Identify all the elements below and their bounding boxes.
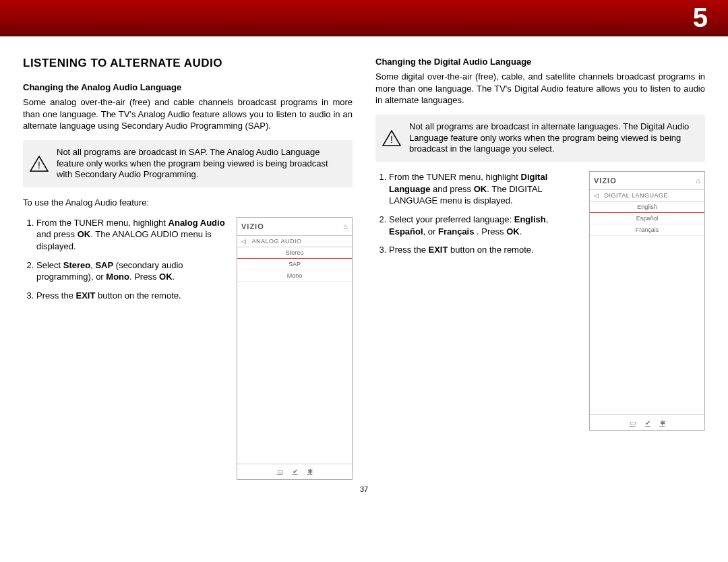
wide-icon: ▭ (630, 419, 636, 427)
step-item: Press the EXIT button on the remote. (389, 244, 578, 256)
analog-menu-screenshot: VIZIO ⌂ ◁ ANALOG AUDIO StereoSAPMono ▭ ✔… (237, 217, 353, 480)
digital-heading: Changing the Digital Audio Language (375, 57, 705, 67)
digital-note: ! Not all programs are broadcast in alte… (375, 115, 705, 162)
analog-note: ! Not all programs are broadcast in SAP.… (23, 140, 353, 188)
svg-text:!: ! (38, 160, 40, 170)
gear-icon: ✱ (307, 468, 313, 475)
page-number: 37 (0, 485, 728, 493)
v-icon: ✔ (293, 468, 298, 475)
warning-icon: ! (382, 130, 401, 146)
svg-text:!: ! (390, 134, 393, 145)
header-bar: 5 (0, 0, 728, 36)
column-right: Changing the Digital Audio Language Some… (375, 57, 705, 480)
digital-note-text: Not all programs are broadcast in altern… (409, 121, 696, 156)
warning-icon: ! (30, 156, 49, 172)
menu-option: Français (590, 224, 704, 236)
column-left: LISTENING TO ALTERNATE AUDIO Changing th… (23, 57, 353, 480)
menu-option: Mono (237, 270, 352, 282)
menu-option: English (590, 201, 704, 213)
step-item: Press the EXIT button on the remote. (36, 290, 226, 302)
menu-title: DIGITAL LANGUAGE (605, 192, 669, 199)
home-icon: ⌂ (343, 222, 348, 230)
menu-brand: VIZIO (594, 177, 696, 185)
digital-menu-screenshot: VIZIO ⌂ ◁ DIGITAL LANGUAGE EnglishEspaño… (589, 171, 705, 431)
analog-steps: From the TUNER menu, highlight Analog Au… (23, 217, 226, 301)
menu-brand: VIZIO (241, 222, 343, 230)
home-icon: ⌂ (696, 177, 700, 185)
step-item: From the TUNER menu, highlight Digital L… (389, 171, 578, 207)
wide-icon: ▭ (277, 468, 283, 475)
analog-note-text: Not all programs are broadcast in SAP. T… (57, 147, 343, 181)
section-title: LISTENING TO ALTERNATE AUDIO (23, 57, 353, 70)
gear-icon: ✱ (660, 419, 665, 427)
chapter-number: 5 (693, 3, 708, 33)
menu-option: Stereo (237, 247, 352, 259)
menu-option: SAP (237, 259, 352, 270)
menu-footer-icons: ▭ ✔ ✱ (590, 414, 704, 430)
step-item: Select your preferred language: English,… (389, 214, 578, 237)
step-item: Select Stereo, SAP (secondary audio prog… (36, 259, 226, 283)
page-content: LISTENING TO ALTERNATE AUDIO Changing th… (0, 36, 728, 480)
step-item: From the TUNER menu, highlight Analog Au… (36, 217, 226, 253)
back-icon: ◁ (241, 238, 247, 245)
analog-leadin: To use the Analog Audio feature: (23, 197, 353, 209)
back-icon: ◁ (594, 192, 599, 199)
analog-heading: Changing the Analog Audio Language (23, 82, 353, 92)
menu-option: Español (590, 213, 704, 224)
digital-intro: Some digital over-the-air (free), cable,… (375, 71, 705, 106)
menu-footer-icons: ▭ ✔ ✱ (237, 464, 352, 479)
analog-intro: Some analog over-the-air (free) and cabl… (23, 96, 353, 132)
digital-steps: From the TUNER menu, highlight Digital L… (375, 171, 578, 255)
menu-title: ANALOG AUDIO (252, 238, 302, 245)
v-icon: ✔ (645, 419, 650, 427)
